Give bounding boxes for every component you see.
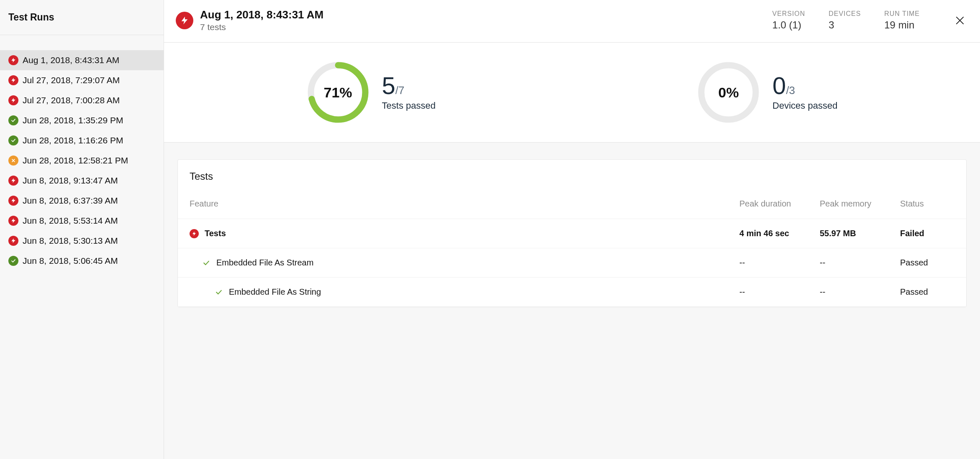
sidebar-item[interactable]: Jun 8, 2018, 5:30:13 AM [0,231,164,251]
feature-name: Embedded File As String [229,287,321,297]
tests-caption: Tests passed [382,100,436,111]
feature-name: Embedded File As Stream [216,258,313,268]
devices-total: /3 [786,84,795,97]
tests-fraction: 5/7 [382,74,436,98]
lightning-icon [8,95,18,105]
sidebar-title: Test Runs [0,0,164,35]
check-icon [8,256,18,266]
sidebar-list: Aug 1, 2018, 8:43:31 AMJul 27, 2018, 7:2… [0,50,164,271]
main-header: Aug 1, 2018, 8:43:31 AM 7 tests VERSION … [164,0,980,43]
sidebar-item[interactable]: Jul 27, 2018, 7:29:07 AM [0,70,164,90]
peak-memory-cell: -- [820,287,895,297]
feature-cell: Embedded File As Stream [190,258,734,268]
sidebar-item[interactable]: Jun 28, 2018, 1:35:29 PM [0,110,164,130]
table-row[interactable]: Embedded File As Stream----Passed [178,248,966,278]
x-icon [8,156,18,166]
tests-total: /7 [395,84,405,97]
col-peak-duration: Peak duration [739,199,815,209]
check-icon [8,135,18,145]
main: Aug 1, 2018, 8:43:31 AM 7 tests VERSION … [164,0,980,459]
tests-ring-percent: 71% [307,61,369,124]
lightning-icon [8,236,18,246]
feature-cell: Tests [190,229,734,238]
sidebar-item-label: Jun 8, 2018, 5:53:14 AM [23,216,118,226]
lightning-icon [8,196,18,206]
peak-duration-cell: -- [739,287,815,297]
stat-version-value: 1.0 (1) [772,19,806,31]
peak-duration-cell: -- [739,258,815,268]
feature-cell: Embedded File As String [190,287,734,297]
check-icon [202,259,210,267]
table-row[interactable]: Embedded File As String----Passed [178,278,966,307]
summary-tests: 71% 5/7 Tests passed [307,61,436,124]
status-cell: Passed [900,287,954,297]
peak-memory-cell: -- [820,258,895,268]
sidebar-item-label: Jun 8, 2018, 9:13:47 AM [23,176,118,186]
sidebar-item[interactable]: Jun 8, 2018, 5:53:14 AM [0,211,164,231]
sidebar-item[interactable]: Jun 8, 2018, 6:37:39 AM [0,191,164,211]
devices-ring-percent: 0% [697,61,760,124]
check-icon [215,288,223,296]
sidebar-item[interactable]: Jun 8, 2018, 5:06:45 AM [0,251,164,271]
tests-text: 5/7 Tests passed [382,74,436,111]
stat-runtime-label: RUN TIME [884,10,920,18]
status-cell: Failed [900,229,954,238]
col-status: Status [900,199,954,209]
lightning-icon [8,75,18,85]
sidebar-item-label: Jun 8, 2018, 5:30:13 AM [23,236,118,246]
feature-name: Tests [205,229,226,238]
stat-devices-value: 3 [829,19,861,31]
stat-version-label: VERSION [772,10,806,18]
sidebar-item-label: Jun 8, 2018, 5:06:45 AM [23,256,118,266]
tests-card: Tests Feature Peak duration Peak memory … [177,159,967,307]
run-subtitle: 7 tests [200,22,323,32]
lightning-icon [8,55,18,65]
lightning-icon [176,12,193,29]
sidebar-item-label: Aug 1, 2018, 8:43:31 AM [23,55,119,65]
stat-devices-label: DEVICES [829,10,861,18]
close-button[interactable] [952,12,968,29]
tests-card-title: Tests [178,160,966,196]
tests-ring: 71% [307,61,369,124]
header-titles: Aug 1, 2018, 8:43:31 AM 7 tests [200,8,323,32]
summary-devices: 0% 0/3 Devices passed [697,61,837,124]
tests-passed-count: 5 [382,72,395,99]
sidebar-item-label: Jun 28, 2018, 1:16:26 PM [23,135,123,145]
sidebar-item-label: Jul 27, 2018, 7:29:07 AM [23,75,120,85]
sidebar-item[interactable]: Aug 1, 2018, 8:43:31 AM [0,50,164,70]
stat-runtime: RUN TIME 19 min [884,10,920,31]
summary-panel: 71% 5/7 Tests passed 0% [164,43,980,143]
run-title: Aug 1, 2018, 8:43:31 AM [200,8,323,21]
stat-devices: DEVICES 3 [829,10,861,31]
sidebar: Test Runs Aug 1, 2018, 8:43:31 AMJul 27,… [0,0,164,459]
peak-memory-cell: 55.97 MB [820,229,895,238]
devices-ring: 0% [697,61,760,124]
stat-runtime-value: 19 min [884,19,920,31]
tests-table-header: Feature Peak duration Peak memory Status [178,196,966,219]
sidebar-item-label: Jun 28, 2018, 1:35:29 PM [23,115,123,125]
sidebar-item-label: Jul 27, 2018, 7:00:28 AM [23,95,120,105]
table-row[interactable]: Tests4 min 46 sec55.97 MBFailed [178,219,966,248]
sidebar-item[interactable]: Jun 8, 2018, 9:13:47 AM [0,171,164,191]
col-feature: Feature [190,199,734,209]
devices-text: 0/3 Devices passed [772,74,837,111]
content-scroll[interactable]: Tests Feature Peak duration Peak memory … [164,143,980,459]
devices-caption: Devices passed [772,100,837,111]
sidebar-gap [0,35,164,50]
stat-version: VERSION 1.0 (1) [772,10,806,31]
sidebar-item-label: Jun 8, 2018, 6:37:39 AM [23,196,118,206]
check-icon [8,115,18,125]
status-cell: Passed [900,258,954,268]
sidebar-item[interactable]: Jul 27, 2018, 7:00:28 AM [0,90,164,110]
lightning-icon [8,216,18,226]
sidebar-item[interactable]: Jun 28, 2018, 12:58:21 PM [0,150,164,171]
sidebar-item[interactable]: Jun 28, 2018, 1:16:26 PM [0,130,164,150]
lightning-icon [8,176,18,186]
lightning-icon [190,229,199,238]
col-peak-memory: Peak memory [820,199,895,209]
sidebar-item-label: Jun 28, 2018, 12:58:21 PM [23,156,128,166]
tests-table-body: Tests4 min 46 sec55.97 MBFailedEmbedded … [178,219,966,307]
peak-duration-cell: 4 min 46 sec [739,229,815,238]
devices-passed-count: 0 [772,72,786,99]
app-root: Test Runs Aug 1, 2018, 8:43:31 AMJul 27,… [0,0,980,459]
